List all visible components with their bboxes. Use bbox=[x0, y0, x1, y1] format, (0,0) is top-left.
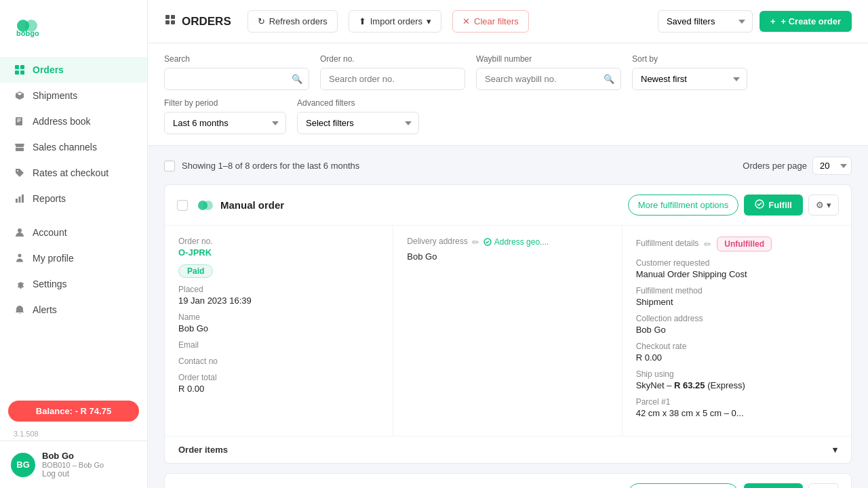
fulfillment-header-row: Fulfillment details ✏ Unfulfilled bbox=[636, 237, 837, 251]
order-2-gear-button[interactable]: ⚙ ▾ bbox=[808, 483, 839, 488]
waybill-input[interactable] bbox=[476, 68, 621, 90]
page-title: ORDERS bbox=[164, 14, 231, 29]
ship-using-field: Ship using SkyNet – R 63.25 (Express) bbox=[636, 369, 837, 390]
filters-row-2: Filter by period Last 6 months Last 3 mo… bbox=[164, 98, 852, 134]
chevron-down-icon: ▾ bbox=[827, 200, 831, 210]
placed-field: Placed 19 Jan 2023 16:39 bbox=[178, 285, 379, 306]
sidebar-item-alerts[interactable]: Alerts bbox=[0, 297, 147, 323]
select-all-checkbox[interactable] bbox=[164, 161, 175, 171]
chevron-down-icon: ▾ bbox=[833, 445, 837, 455]
collection-field: Collection address Bob Go bbox=[636, 314, 837, 335]
create-order-button[interactable]: + + Create order bbox=[760, 11, 852, 32]
refresh-orders-button[interactable]: ↻ Refresh orders bbox=[248, 10, 338, 33]
period-select[interactable]: Last 6 months Last 3 months Last month A… bbox=[164, 112, 286, 134]
svg-rect-15 bbox=[171, 20, 175, 24]
period-label: Filter by period bbox=[164, 98, 286, 108]
gear-button[interactable]: ⚙ ▾ bbox=[808, 195, 839, 216]
order-2-actions: More fulfillment options Fulfill ⚙ ▾ bbox=[628, 483, 839, 488]
logout-link[interactable]: Log out bbox=[42, 469, 104, 479]
grid-icon bbox=[14, 64, 26, 76]
svg-text:bobgo: bobgo bbox=[16, 29, 39, 37]
gear-icon bbox=[14, 278, 26, 290]
order-col-fulfillment: Fulfillment details ✏ Unfulfilled Custom… bbox=[623, 226, 851, 436]
order-no-value[interactable]: O-JPRK bbox=[178, 247, 379, 258]
per-page-select[interactable]: 20 10 50 100 bbox=[812, 157, 852, 175]
user-name: Bob Go bbox=[42, 451, 104, 461]
sidebar-item-label: Shipments bbox=[33, 90, 77, 101]
order-col-details: Order no. O-JPRK Paid Placed 19 Jan 2023… bbox=[165, 226, 393, 436]
advanced-filters-group: Advanced filters Select filters bbox=[297, 98, 419, 134]
sidebar-item-label: Reports bbox=[33, 193, 66, 204]
clear-icon: ✕ bbox=[462, 16, 470, 26]
sidebar-item-my-profile[interactable]: My profile bbox=[0, 245, 147, 271]
svg-rect-6 bbox=[20, 70, 24, 75]
search-icon: 🔍 bbox=[292, 74, 302, 84]
showing-text: Showing 1–8 of 8 orders for the last 6 m… bbox=[182, 161, 359, 171]
svg-rect-8 bbox=[19, 197, 21, 203]
sidebar-item-label: Address book bbox=[33, 116, 91, 127]
svg-rect-14 bbox=[165, 20, 170, 24]
order-body: Order no. O-JPRK Paid Placed 19 Jan 2023… bbox=[165, 226, 851, 436]
chevron-down-icon: ▾ bbox=[427, 16, 431, 26]
search-input[interactable] bbox=[164, 68, 309, 90]
waybill-input-wrap: 🔍 bbox=[476, 68, 621, 90]
order-card-header: Manual order More fulfillment options Fu… bbox=[165, 185, 851, 226]
orders-icon bbox=[164, 14, 176, 29]
parcel-field: Parcel #1 42 cm x 38 cm x 5 cm – 0... bbox=[636, 397, 837, 418]
sidebar-item-shipments[interactable]: Shipments bbox=[0, 83, 147, 108]
svg-point-11 bbox=[18, 254, 22, 258]
book-icon bbox=[14, 115, 26, 127]
advanced-filters-select[interactable]: Select filters bbox=[297, 112, 419, 134]
sidebar-item-label: Rates at checkout bbox=[33, 167, 108, 178]
order-card-2-header: Manual order More fulfillment options Fu… bbox=[165, 474, 851, 488]
sidebar-item-settings[interactable]: Settings bbox=[0, 271, 147, 297]
tag-icon bbox=[14, 167, 26, 179]
svg-point-17 bbox=[203, 201, 213, 210]
order-2-fulfill-button[interactable]: Fulfill bbox=[744, 483, 803, 488]
email-field: Email bbox=[178, 340, 379, 350]
order-checkbox[interactable] bbox=[177, 200, 188, 211]
waybill-group: Waybill number 🔍 bbox=[476, 54, 621, 90]
fulfill-button[interactable]: Fulfill bbox=[744, 195, 803, 216]
chart-icon bbox=[14, 192, 26, 205]
clear-filters-button[interactable]: ✕ Clear filters bbox=[452, 10, 529, 33]
order-actions: More fulfillment options Fulfill ⚙ ▾ bbox=[628, 195, 839, 216]
waybill-search-icon: 🔍 bbox=[604, 74, 614, 84]
refresh-icon: ↻ bbox=[258, 16, 265, 26]
sidebar-item-orders[interactable]: Orders bbox=[0, 57, 147, 83]
sidebar-item-rates-checkout[interactable]: Rates at checkout bbox=[0, 160, 147, 186]
sidebar-item-reports[interactable]: Reports bbox=[0, 186, 147, 211]
user-info: Bob Go BOB010 – Bob Go Log out bbox=[42, 451, 104, 479]
more-fulfillment-button[interactable]: More fulfillment options bbox=[628, 195, 739, 216]
svg-point-10 bbox=[18, 228, 22, 232]
import-orders-button[interactable]: ⬆ Import orders ▾ bbox=[349, 10, 441, 33]
contact-field: Contact no bbox=[178, 357, 379, 366]
fulfillment-method-field: Fulfillment method Shipment bbox=[636, 286, 837, 307]
orders-per-page: Orders per page 20 10 50 100 bbox=[743, 157, 852, 175]
order-items-bar[interactable]: Order items ▾ bbox=[165, 436, 851, 463]
svg-rect-13 bbox=[171, 15, 175, 19]
name-field: Name Bob Go bbox=[178, 312, 379, 333]
sidebar-item-address-book[interactable]: Address book bbox=[0, 108, 147, 134]
balance-badge: Balance: - R 74.75 bbox=[8, 401, 139, 422]
order-no-input[interactable] bbox=[320, 68, 465, 90]
logo: bobgo bbox=[0, 0, 147, 52]
order-2-more-fulfillment-button[interactable]: More fulfillment options bbox=[628, 483, 739, 488]
sort-group: Sort by Newest first Oldest first bbox=[632, 54, 747, 90]
fulfillment-status-badge: Unfulfilled bbox=[717, 237, 772, 251]
sidebar-item-label: Alerts bbox=[33, 304, 57, 315]
box-icon bbox=[14, 89, 26, 102]
saved-filters-area: Saved filters + + Create order bbox=[658, 10, 852, 33]
order-no-group: Order no. bbox=[320, 54, 465, 90]
sidebar-item-account[interactable]: Account bbox=[0, 220, 147, 245]
svg-rect-3 bbox=[15, 65, 19, 69]
waybill-label: Waybill number bbox=[476, 54, 621, 64]
main-content: ORDERS ↻ Refresh orders ⬆ Import orders … bbox=[148, 0, 868, 488]
svg-rect-12 bbox=[165, 15, 170, 19]
edit-fulfillment-icon[interactable]: ✏ bbox=[704, 239, 711, 249]
edit-delivery-icon[interactable]: ✏ bbox=[472, 237, 479, 247]
sidebar-item-sales-channels[interactable]: Sales channels bbox=[0, 134, 147, 160]
user-account-id: BOB010 – Bob Go bbox=[42, 461, 104, 469]
sort-select[interactable]: Newest first Oldest first bbox=[632, 68, 747, 90]
saved-filters-select[interactable]: Saved filters bbox=[658, 10, 753, 33]
